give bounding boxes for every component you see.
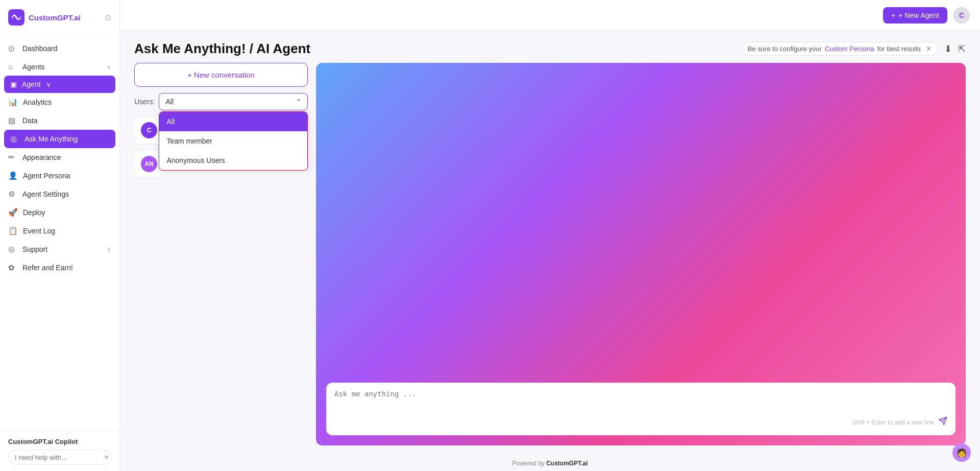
persona-icon: 👤 [8, 171, 18, 180]
filter-row: Users: All ⌃ All Team member [134, 93, 308, 110]
new-conversation-label: + New conversation [187, 70, 255, 79]
users-dropdown-trigger[interactable]: All ⌃ [159, 93, 308, 110]
svg-point-1 [11, 16, 13, 18]
logo-text: CustomGPT.ai [29, 13, 81, 22]
sidebar-item-analytics[interactable]: 📊 Analytics [0, 93, 119, 111]
right-panel: Shift + Enter to add a new line [316, 63, 966, 445]
persona-notice-close-icon[interactable]: ✕ [926, 45, 932, 53]
send-icon [938, 416, 947, 426]
page-header-actions: Be sure to configure your Custom Persona… [741, 42, 966, 56]
option-all-label: All [166, 117, 175, 126]
chat-background: Shift + Enter to add a new line [316, 63, 966, 445]
copilot-label: CustomGPT.ai Copilot [8, 438, 111, 445]
sidebar-bottom: CustomGPT.ai Copilot ✈ [0, 431, 119, 471]
sidebar-label-analytics: Analytics [23, 98, 111, 106]
clock-icon[interactable]: ⊙ [105, 13, 111, 22]
support-chevron-icon: ∨ [107, 246, 111, 253]
sidebar-label-dashboard: Dashboard [22, 44, 111, 53]
sidebar-label-agent-settings: Agent Settings [22, 190, 111, 198]
plus-icon: + [891, 11, 895, 19]
copilot-input-wrap: ✈ [8, 450, 111, 465]
sidebar-item-event-log[interactable]: 📋 Event Log [0, 222, 119, 240]
svg-point-2 [19, 16, 21, 18]
sidebar-label-deploy: Deploy [23, 208, 111, 217]
new-agent-label: + New Agent [898, 11, 939, 19]
sidebar-item-refer-earn[interactable]: ✿ Refer and Earn! [0, 258, 119, 277]
sidebar-item-agent-persona[interactable]: 👤 Agent Persona [0, 167, 119, 185]
persona-notice-link[interactable]: Custom Persona [825, 45, 874, 53]
content-area: + New conversation Users: All ⌃ All [120, 63, 980, 456]
bottom-user-avatar: 🧑 [952, 443, 971, 462]
sidebar-item-agent[interactable]: ▣ Agent ∨ [4, 76, 115, 93]
agent-chevron-icon: ∨ [46, 80, 51, 88]
new-agent-button[interactable]: + + New Agent [883, 7, 947, 23]
sidebar-item-dashboard[interactable]: ⊙ Dashboard [0, 39, 119, 58]
chat-send-button[interactable] [938, 416, 947, 428]
sidebar-label-data: Data [22, 116, 111, 125]
chat-hint: Shift + Enter to add a new line [852, 419, 934, 426]
sidebar-item-agent-settings[interactable]: ⚙ Agent Settings [0, 185, 119, 203]
persona-notice-suffix: for best results [877, 45, 921, 53]
chat-input-footer: Shift + Enter to add a new line [334, 416, 947, 428]
chat-input[interactable] [334, 390, 947, 410]
sidebar-label-appearance: Appearance [22, 153, 111, 161]
left-panel: + New conversation Users: All ⌃ All [134, 63, 308, 445]
dashboard-icon: ⊙ [8, 44, 17, 53]
support-icon: ◎ [8, 245, 17, 254]
data-icon: ▤ [8, 116, 17, 125]
sidebar-item-ask-me-anything[interactable]: ◎ Ask Me Anything [4, 130, 115, 148]
dropdown-option-anonymous-users[interactable]: Anonymous Users [159, 151, 307, 170]
share-button[interactable]: ⇱ [958, 43, 966, 55]
option-team-label: Team member [166, 137, 212, 145]
dropdown-selected-value: All [165, 98, 174, 106]
powered-by-brand: CustomGPT.ai [546, 460, 587, 467]
dropdown-option-team-member[interactable]: Team member [159, 131, 307, 151]
conv-avatar-c: C [141, 122, 157, 138]
sidebar-label-ask-me-anything: Ask Me Anything [24, 135, 109, 143]
appearance-icon: ✏ [8, 153, 17, 162]
sidebar-label-refer-earn: Refer and Earn! [22, 264, 111, 272]
main-content: + + New Agent C Ask Me Anything! / AI Ag… [120, 0, 980, 471]
sidebar-logo: CustomGPT.ai ⊙ [0, 0, 119, 35]
event-log-icon: 📋 [8, 226, 18, 236]
powered-by-text: Powered by [512, 460, 544, 467]
conv-avatar-anon: AN [141, 156, 157, 172]
option-anon-label: Anonymous Users [166, 156, 225, 164]
sidebar-item-support[interactable]: ◎ Support ∨ [0, 240, 119, 258]
dropdown-option-all[interactable]: All [159, 112, 307, 131]
chat-input-area: Shift + Enter to add a new line [326, 383, 955, 435]
page-header: Ask Me Anything! / AI Agent Be sure to c… [120, 31, 980, 63]
persona-notice: Be sure to configure your Custom Persona… [741, 42, 938, 56]
ask-me-icon: ◎ [10, 134, 19, 144]
new-conversation-button[interactable]: + New conversation [134, 63, 308, 87]
page-title: Ask Me Anything! / AI Agent [134, 41, 310, 57]
user-avatar[interactable]: C [953, 7, 970, 23]
sidebar-item-deploy[interactable]: 🚀 Deploy [0, 203, 119, 222]
sidebar-nav: ⊙ Dashboard ⌂ Agents ∨ ▣ Agent ∨ 📊 Analy… [0, 35, 119, 431]
sidebar-label-support: Support [22, 245, 102, 253]
sidebar-label-agent: Agent [22, 80, 41, 88]
dropdown-container: All ⌃ All Team member Anonymous Users [159, 93, 308, 110]
analytics-icon: 📊 [8, 98, 18, 107]
users-dropdown-menu: All Team member Anonymous Users [159, 111, 308, 171]
sidebar-item-appearance[interactable]: ✏ Appearance [0, 148, 119, 167]
copilot-send-icon[interactable]: ✈ [104, 453, 110, 461]
agents-chevron-icon: ∨ [107, 63, 111, 70]
filter-label: Users: [134, 98, 155, 106]
deploy-icon: 🚀 [8, 208, 18, 217]
sidebar: CustomGPT.ai ⊙ ⊙ Dashboard ⌂ Agents ∨ ▣ … [0, 0, 120, 471]
copilot-input[interactable] [15, 454, 101, 461]
sidebar-label-agent-persona: Agent Persona [23, 172, 111, 180]
sidebar-item-agents[interactable]: ⌂ Agents ∨ [0, 58, 119, 76]
refer-icon: ✿ [8, 263, 17, 272]
dropdown-chevron-up-icon: ⌃ [296, 98, 301, 105]
sidebar-label-event-log: Event Log [23, 227, 111, 235]
footer: Powered by CustomGPT.ai [120, 456, 980, 471]
logo-area: CustomGPT.ai [8, 9, 81, 26]
persona-notice-text: Be sure to configure your [748, 45, 822, 53]
download-button[interactable]: ⬇ [944, 43, 952, 55]
settings-icon: ⚙ [8, 190, 17, 199]
sidebar-item-data[interactable]: ▤ Data [0, 111, 119, 130]
agent-icon: ▣ [10, 80, 17, 88]
sidebar-label-agents: Agents [22, 63, 102, 71]
